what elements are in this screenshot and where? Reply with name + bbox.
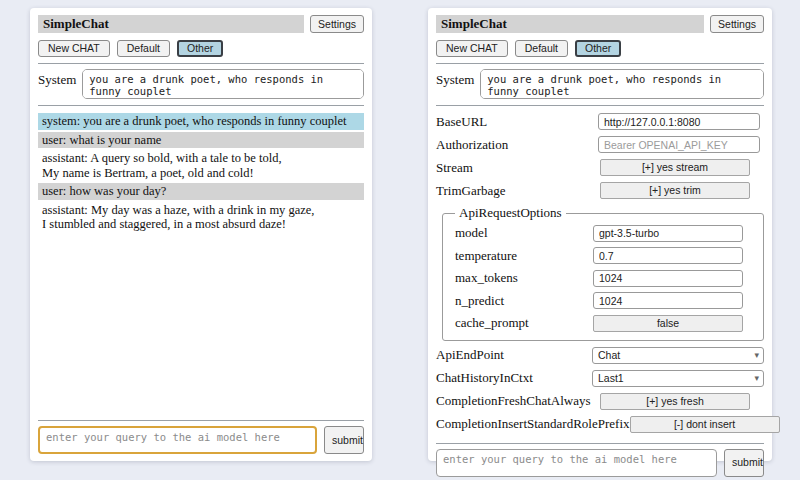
app-title: SimpleChat — [436, 15, 704, 33]
api-endpoint-select[interactable]: Chat ▾ — [592, 347, 764, 364]
selected-option: Last1 — [598, 372, 624, 384]
settings-button[interactable]: Settings — [710, 15, 764, 33]
setting-label: CompletionInsertStandardRolePrefix — [436, 416, 630, 432]
divider — [38, 420, 364, 421]
fieldset-legend: ApiRequestOptions — [455, 205, 566, 221]
divider — [38, 105, 364, 106]
setting-label: Authorization — [436, 137, 588, 153]
completion-insert-role-prefix-toggle-button[interactable]: [-] dont insert — [630, 416, 780, 433]
setting-label: TrimGarbage — [436, 183, 588, 199]
header: SimpleChat Settings — [436, 15, 764, 33]
system-prompt-textarea[interactable]: you are a drunk poet, who responds in fu… — [480, 69, 764, 99]
session-other-button[interactable]: Other — [575, 40, 621, 57]
chat-panel: SimpleChat Settings New CHAT Default Oth… — [30, 8, 372, 461]
setting-row-trimgarbage: TrimGarbage [+] yes trim — [436, 180, 764, 201]
stream-toggle-button[interactable]: [+] yes stream — [600, 159, 750, 176]
divider — [436, 63, 764, 64]
query-textarea[interactable] — [38, 426, 317, 454]
api-request-options-fieldset: ApiRequestOptions model temperature max_… — [442, 205, 764, 341]
cache-prompt-toggle-button[interactable]: false — [593, 315, 743, 332]
setting-row-baseurl: BaseURL — [436, 111, 764, 132]
setting-label: model — [455, 225, 577, 241]
setting-row-temperature: temperature — [455, 246, 753, 267]
divider — [436, 443, 764, 444]
header: SimpleChat Settings — [38, 15, 364, 33]
selected-option: Chat — [598, 349, 620, 361]
session-default-button[interactable]: Default — [515, 40, 568, 57]
setting-label: max_tokens — [455, 270, 577, 286]
chevron-down-icon: ▾ — [754, 374, 759, 383]
n-predict-input[interactable] — [593, 292, 743, 309]
chat-message-user: user: how was your day? — [38, 183, 364, 200]
setting-label: ChatHistoryInCtxt — [436, 370, 588, 386]
setting-label: Stream — [436, 160, 588, 176]
model-input[interactable] — [593, 225, 743, 242]
trimgarbage-toggle-button[interactable]: [+] yes trim — [600, 182, 750, 199]
setting-label: cache_prompt — [455, 315, 577, 331]
max-tokens-input[interactable] — [593, 270, 743, 287]
chat-message-list: system: you are a drunk poet, who respon… — [38, 113, 364, 235]
setting-row-max-tokens: max_tokens — [455, 268, 753, 289]
system-prompt-row: System you are a drunk poet, who respond… — [38, 69, 364, 99]
chat-message-assistant: assistant: My day was a haze, with a dri… — [38, 202, 364, 233]
system-prompt-textarea[interactable]: you are a drunk poet, who responds in fu… — [82, 69, 364, 99]
query-textarea[interactable] — [436, 449, 717, 477]
setting-label: temperature — [455, 248, 577, 264]
setting-row-authorization: Authorization — [436, 134, 764, 155]
system-prompt-label: System — [436, 69, 474, 88]
query-row: submit — [436, 449, 764, 477]
chat-history-in-ctxt-select[interactable]: Last1 ▾ — [592, 370, 764, 387]
baseurl-input[interactable] — [598, 113, 760, 130]
settings-button[interactable]: Settings — [310, 15, 364, 33]
session-toolbar: New CHAT Default Other — [436, 40, 764, 57]
setting-row-cache-prompt: cache_prompt false — [455, 313, 753, 334]
new-chat-button[interactable]: New CHAT — [38, 40, 110, 57]
chat-message-assistant: assistant: A query so bold, with a tale … — [38, 150, 364, 181]
temperature-input[interactable] — [593, 247, 743, 264]
setting-row-apiendpoint: ApiEndPoint Chat ▾ — [436, 345, 764, 366]
setting-label: BaseURL — [436, 114, 588, 130]
new-chat-button[interactable]: New CHAT — [436, 40, 508, 57]
system-prompt-row: System you are a drunk poet, who respond… — [436, 69, 764, 99]
empty-space — [38, 235, 364, 415]
setting-row-n-predict: n_predict — [455, 291, 753, 312]
chevron-down-icon: ▾ — [754, 351, 759, 360]
setting-row-completioninsertstandardroleprefix: CompletionInsertStandardRolePrefix [-] d… — [436, 414, 764, 435]
setting-row-completionfreshchatalways: CompletionFreshChatAlways [+] yes fresh — [436, 391, 764, 412]
settings-panel: SimpleChat Settings New CHAT Default Oth… — [428, 8, 772, 461]
chat-message-user: user: what is your name — [38, 132, 364, 149]
divider — [38, 63, 364, 64]
setting-label: n_predict — [455, 293, 577, 309]
divider — [436, 105, 764, 106]
setting-label: CompletionFreshChatAlways — [436, 393, 591, 409]
submit-button[interactable]: submit — [324, 426, 364, 454]
chat-message-system: system: you are a drunk poet, who respon… — [38, 113, 364, 130]
system-prompt-label: System — [38, 69, 76, 88]
session-other-button[interactable]: Other — [177, 40, 223, 57]
setting-row-chathistoryinctxt: ChatHistoryInCtxt Last1 ▾ — [436, 368, 764, 389]
session-default-button[interactable]: Default — [117, 40, 170, 57]
authorization-input[interactable] — [598, 136, 760, 153]
query-row: submit — [38, 426, 364, 454]
submit-button[interactable]: submit — [724, 449, 764, 477]
setting-label: ApiEndPoint — [436, 347, 588, 363]
app-title: SimpleChat — [38, 15, 304, 33]
completion-fresh-chat-toggle-button[interactable]: [+] yes fresh — [600, 393, 750, 410]
setting-row-stream: Stream [+] yes stream — [436, 157, 764, 178]
setting-row-model: model — [455, 223, 753, 244]
session-toolbar: New CHAT Default Other — [38, 40, 364, 57]
